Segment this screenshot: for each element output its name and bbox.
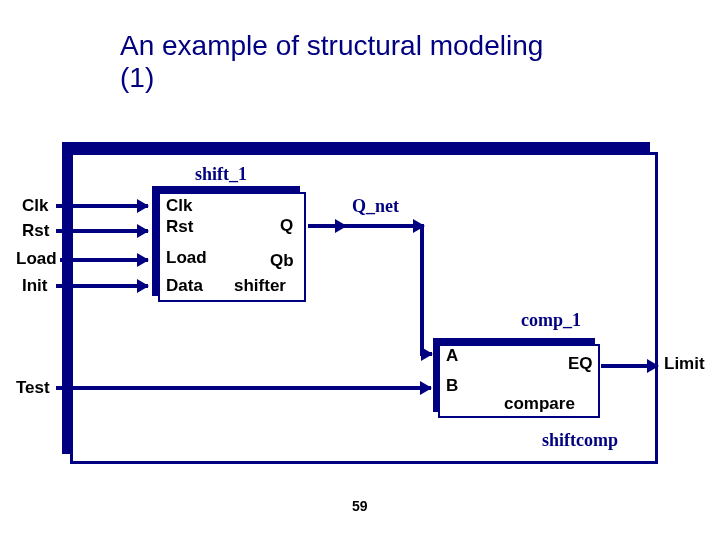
- shifter-port-q: Q: [280, 216, 293, 236]
- top-module-label: shiftcomp: [542, 430, 618, 451]
- arrow-clk: [56, 204, 148, 208]
- arrow-rst: [56, 229, 148, 233]
- page-title: An example of structural modeling (1): [120, 30, 543, 94]
- title-line2: (1): [120, 62, 543, 94]
- input-init: Init: [22, 276, 48, 296]
- shifter-instance-label: shift_1: [195, 164, 247, 185]
- input-test: Test: [16, 378, 50, 398]
- compare-port-a: A: [446, 346, 458, 366]
- input-rst: Rst: [22, 221, 49, 241]
- wire-q-h1: [308, 224, 346, 228]
- net-q-label: Q_net: [352, 196, 399, 217]
- shifter-port-load: Load: [166, 248, 207, 268]
- wire-q-h1b: [346, 224, 424, 228]
- arrow-into-a: [420, 352, 432, 356]
- compare-port-eq: EQ: [568, 354, 593, 374]
- shifter-port-clk: Clk: [166, 196, 192, 216]
- shifter-port-qb: Qb: [270, 251, 294, 271]
- arrow-init: [56, 284, 148, 288]
- arrow-eq: [601, 364, 658, 368]
- page-number: 59: [352, 498, 368, 514]
- wire-q-v2: [420, 224, 424, 355]
- compare-port-b: B: [446, 376, 458, 396]
- slide: An example of structural modeling (1) sh…: [0, 0, 720, 540]
- compare-instance-label: comp_1: [521, 310, 581, 331]
- compare-module-label: compare: [504, 394, 575, 414]
- shifter-port-data: Data: [166, 276, 203, 296]
- input-load: Load: [16, 249, 57, 269]
- shifter-module-label: shifter: [234, 276, 286, 296]
- output-limit: Limit: [664, 354, 705, 374]
- title-line1: An example of structural modeling: [120, 30, 543, 61]
- input-clk: Clk: [22, 196, 48, 216]
- arrow-test: [56, 386, 431, 390]
- shifter-port-rst: Rst: [166, 217, 193, 237]
- arrow-load: [60, 258, 148, 262]
